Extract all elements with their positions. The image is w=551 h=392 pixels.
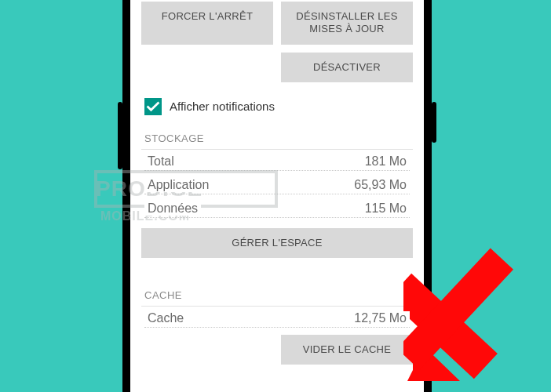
storage-section-title: STOCKAGE: [144, 132, 410, 144]
disable-button[interactable]: DÉSACTIVER: [281, 53, 413, 82]
cache-row: Cache 12,75 Mo: [141, 307, 413, 330]
force-stop-button[interactable]: FORCER L'ARRÊT: [141, 2, 273, 45]
storage-data-row: Données 115 Mo: [141, 197, 413, 220]
show-notifications-row[interactable]: Afficher notifications: [141, 90, 413, 120]
storage-app-row: Application 65,93 Mo: [141, 173, 413, 197]
cache-label: Cache: [144, 311, 187, 325]
cache-section-title: CACHE: [144, 289, 410, 301]
storage-app-value: 65,93 Mo: [351, 178, 410, 192]
storage-total-label: Total: [144, 154, 177, 169]
storage-total-row: Total 181 Mo: [141, 150, 413, 173]
storage-data-value: 115 Mo: [362, 201, 410, 216]
show-notifications-checkbox[interactable]: [144, 98, 162, 115]
manage-space-button[interactable]: GÉRER L'ESPACE: [141, 228, 413, 258]
storage-data-label: Données: [144, 201, 201, 216]
uninstall-updates-button[interactable]: DÉSINSTALLER LES MISES À JOUR: [281, 2, 413, 45]
cache-value: 12,75 Mo: [351, 311, 410, 325]
clear-cache-button[interactable]: VIDER LE CACHE: [281, 335, 413, 365]
storage-total-value: 181 Mo: [362, 154, 410, 169]
screen: FORCER L'ARRÊT DÉSINSTALLER LES MISES À …: [130, 0, 424, 392]
storage-app-label: Application: [144, 178, 212, 192]
phone-frame: FORCER L'ARRÊT DÉSINSTALLER LES MISES À …: [122, 0, 432, 392]
show-notifications-label: Afficher notifications: [170, 100, 275, 113]
